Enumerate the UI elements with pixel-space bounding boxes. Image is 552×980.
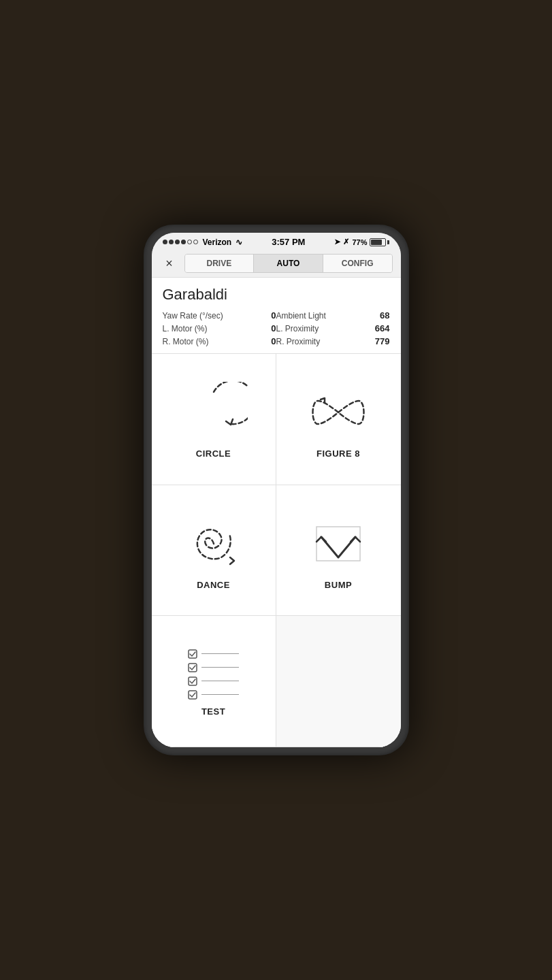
bump-icon — [304, 513, 372, 574]
checkbox-4-icon — [188, 690, 197, 700]
circle-label: CIRCLE — [196, 448, 231, 459]
robot-name: Garabaldi — [163, 286, 390, 304]
test-item-3 — [188, 676, 239, 686]
r-proximity-value: 779 — [366, 336, 390, 346]
mode-empty — [276, 616, 401, 747]
stat-r-proximity: R. Proximity 779 — [276, 335, 390, 348]
l-proximity-value: 664 — [366, 323, 390, 333]
circle-icon — [180, 382, 248, 443]
dance-icon — [180, 513, 248, 574]
l-motor-value: 0 — [253, 323, 276, 333]
stat-l-proximity: L. Proximity 664 — [276, 322, 390, 335]
stats-right: Ambient Light 68 L. Proximity 664 R. Pro… — [276, 309, 390, 348]
battery-fill — [371, 240, 381, 245]
test-checklist — [188, 649, 239, 700]
signal-dot-3 — [175, 240, 180, 244]
mode-test[interactable]: TEST — [152, 616, 276, 747]
time-display: 3:57 PM — [272, 237, 305, 247]
yaw-rate-value: 0 — [253, 310, 276, 321]
stat-ambient-light: Ambient Light 68 — [276, 309, 390, 322]
status-bar: Verizon ∿ 3:57 PM ➤ ✗ 77% — [152, 233, 401, 250]
nav-bar: × DRIVE AUTO CONFIG — [152, 250, 401, 278]
ambient-light-label: Ambient Light — [276, 311, 326, 321]
battery-tip — [387, 240, 389, 244]
stat-yaw-rate: Yaw Rate (°/sec) 0 — [163, 309, 276, 322]
mode-bump[interactable]: BUMP — [276, 485, 401, 617]
signal-dot-4 — [181, 240, 186, 244]
location-icon: ➤ — [334, 238, 340, 246]
carrier-label: Verizon — [203, 238, 232, 247]
wifi-icon: ∿ — [236, 238, 242, 247]
mode-circle[interactable]: CIRCLE — [152, 354, 276, 485]
checklist-line-4 — [201, 694, 239, 696]
test-item-4 — [188, 690, 239, 700]
checkbox-3-icon — [188, 676, 197, 686]
app-content: Garabaldi Yaw Rate (°/sec) 0 L. Motor (%… — [152, 278, 401, 747]
signal-dot-2 — [169, 240, 174, 244]
bump-label: BUMP — [325, 580, 352, 590]
svg-rect-0 — [316, 527, 360, 561]
tab-drive[interactable]: DRIVE — [185, 255, 255, 272]
figure8-label: FIGURE 8 — [316, 448, 360, 459]
r-motor-value: 0 — [253, 336, 276, 346]
l-motor-label: L. Motor (%) — [163, 324, 208, 333]
checkbox-2-icon — [188, 663, 197, 672]
battery-body — [370, 238, 386, 246]
signal-strength — [163, 240, 198, 244]
stat-l-motor: L. Motor (%) 0 — [163, 322, 276, 335]
battery-icon — [370, 238, 389, 246]
r-motor-label: R. Motor (%) — [163, 337, 209, 346]
stats-grid: Yaw Rate (°/sec) 0 L. Motor (%) 0 R. Mot… — [163, 309, 390, 348]
checkbox-1-icon — [188, 649, 197, 659]
tab-auto[interactable]: AUTO — [254, 255, 323, 272]
l-proximity-label: L. Proximity — [276, 324, 319, 333]
signal-dot-6 — [193, 240, 198, 244]
tab-group: DRIVE AUTO CONFIG — [184, 254, 393, 273]
signal-dot-5 — [187, 240, 192, 244]
phone-screen: Verizon ∿ 3:57 PM ➤ ✗ 77% × DRIVE — [152, 233, 401, 747]
status-left: Verizon ∿ — [163, 238, 243, 247]
status-right: ➤ ✗ 77% — [334, 238, 389, 246]
stats-left: Yaw Rate (°/sec) 0 L. Motor (%) 0 R. Mot… — [163, 309, 276, 348]
yaw-rate-label: Yaw Rate (°/sec) — [163, 311, 223, 321]
phone-frame: Verizon ∿ 3:57 PM ➤ ✗ 77% × DRIVE — [144, 225, 409, 755]
test-item-2 — [188, 663, 239, 672]
mode-dance[interactable]: DANCE — [152, 485, 276, 617]
mode-figure8[interactable]: FIGURE 8 — [276, 354, 401, 485]
tab-config[interactable]: CONFIG — [323, 255, 392, 272]
dance-label: DANCE — [197, 580, 230, 590]
modes-grid: CIRCLE FIGURE 8 — [152, 353, 401, 747]
figure8-icon — [304, 382, 372, 443]
stat-r-motor: R. Motor (%) 0 — [163, 335, 276, 348]
checklist-line-3 — [201, 681, 239, 682]
robot-header: Garabaldi Yaw Rate (°/sec) 0 L. Motor (%… — [152, 278, 401, 353]
signal-dot-1 — [163, 240, 167, 244]
ambient-light-value: 68 — [366, 310, 390, 321]
checklist-line-2 — [201, 667, 239, 668]
checklist-line-1 — [201, 653, 239, 655]
battery-percent: 77% — [352, 238, 367, 246]
close-button[interactable]: × — [160, 254, 179, 273]
test-label: TEST — [201, 706, 225, 717]
bluetooth-icon: ✗ — [343, 238, 349, 246]
test-item-1 — [188, 649, 239, 659]
r-proximity-label: R. Proximity — [276, 337, 321, 346]
